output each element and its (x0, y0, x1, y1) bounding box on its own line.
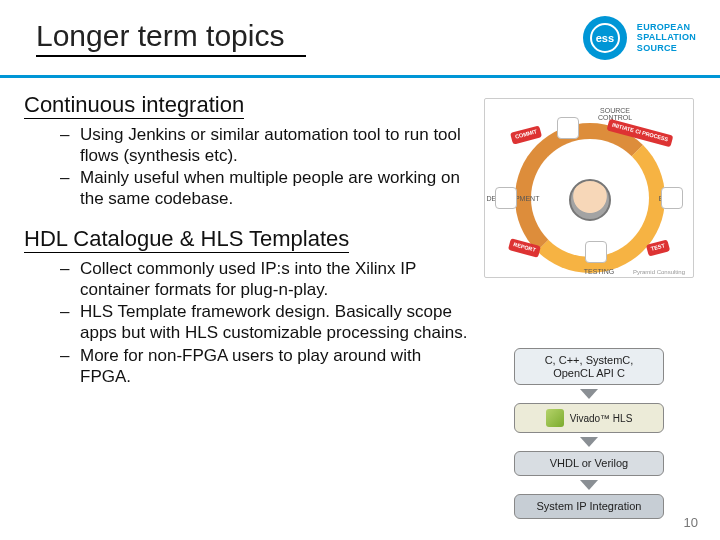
development-icon (495, 187, 517, 209)
logo-area: ess EUROPEAN SPALLATION SOURCE (583, 16, 720, 60)
org-line-1: EUROPEAN (637, 22, 696, 32)
ci-badge-commit: COMMIT (510, 125, 542, 144)
ci-label-testing: TESTING (569, 268, 629, 275)
arrow-down-icon (580, 389, 598, 399)
bullet-list-ci: Using Jenkins or similar automation tool… (24, 125, 474, 210)
list-item: Collect commonly used IP:s into the Xili… (66, 259, 474, 300)
title-wrap: Longer term topics (0, 19, 583, 57)
section-heading-hdl: HDL Catalogue & HLS Templates (24, 226, 349, 253)
image-column: SOURCE CONTROL BUILD TESTING DEVELOPMENT… (484, 92, 702, 519)
section-heading-ci: Continuous integration (24, 92, 244, 119)
arrow-down-icon (580, 480, 598, 490)
bullet-list-hdl: Collect commonly used IP:s into the Xili… (24, 259, 474, 387)
build-icon (661, 187, 683, 209)
flow-box-system: System IP Integration (514, 494, 664, 519)
list-item: Mainly useful when multiple people are w… (66, 168, 474, 209)
slide-header: Longer term topics ess EUROPEAN SPALLATI… (0, 0, 720, 78)
flow-box-hdl: VHDL or Verilog (514, 451, 664, 476)
jenkins-icon (569, 179, 611, 221)
slide-content: Continuous integration Using Jenkins or … (0, 78, 720, 519)
title-underline (36, 55, 306, 57)
ci-cycle-graphic: SOURCE CONTROL BUILD TESTING DEVELOPMENT… (484, 98, 694, 278)
flow-box-languages: C, C++, SystemC, OpenCL API C (514, 348, 664, 385)
ess-logo-icon: ess (583, 16, 627, 60)
arrow-down-icon (580, 437, 598, 447)
ci-center (559, 169, 621, 231)
page-number: 10 (684, 515, 698, 530)
testing-icon (585, 241, 607, 263)
list-item: HLS Template framework design. Basically… (66, 302, 474, 343)
list-item: Using Jenkins or similar automation tool… (66, 125, 474, 166)
org-line-3: SOURCE (637, 43, 696, 53)
org-name: EUROPEAN SPALLATION SOURCE (637, 22, 696, 53)
org-line-2: SPALLATION (637, 32, 696, 42)
ess-logo-text: ess (590, 23, 620, 53)
hls-flow-graphic: C, C++, SystemC, OpenCL API C Vivado™ HL… (504, 348, 674, 519)
flow-box-hls: Vivado™ HLS (514, 403, 664, 433)
source-control-icon (557, 117, 579, 139)
text-column: Continuous integration Using Jenkins or … (24, 92, 484, 519)
flow-box-hls-label: Vivado™ HLS (570, 413, 633, 425)
list-item: More for non-FPGA users to play around w… (66, 346, 474, 387)
ci-graphic-caption: Pyramid Consulting (633, 269, 685, 275)
page-title: Longer term topics (36, 19, 583, 53)
vivado-logo-icon (546, 409, 564, 427)
